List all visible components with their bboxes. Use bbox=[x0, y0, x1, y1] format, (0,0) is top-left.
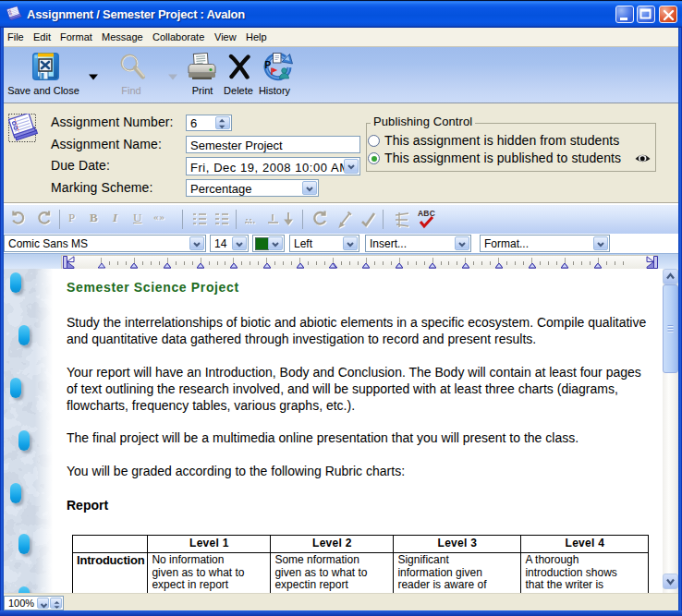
svg-text:P: P bbox=[265, 60, 272, 70]
